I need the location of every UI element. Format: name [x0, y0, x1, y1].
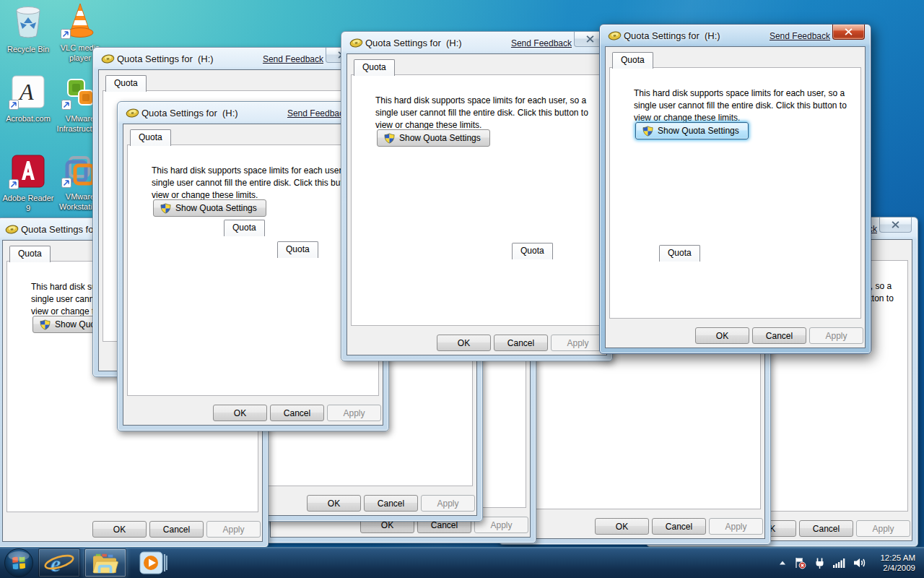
ok-button[interactable]: OK: [92, 521, 147, 538]
uac-shield-icon: [160, 203, 171, 214]
quota-tab-page: This hard disk supports space limits for…: [351, 74, 603, 326]
tray-time: 12:25 AM: [873, 553, 915, 563]
network-signal-icon[interactable]: [833, 558, 845, 568]
dialog-description: This hard disk supports space limits for…: [375, 95, 588, 131]
close-button[interactable]: [879, 217, 912, 233]
tab-quota[interactable]: Quota: [130, 129, 171, 146]
cancel-button[interactable]: Cancel: [799, 520, 853, 537]
show-quota-settings-button[interactable]: Show Quota Settings: [153, 199, 266, 217]
apply-button[interactable]: Apply: [856, 520, 910, 537]
tab-quota[interactable]: Quota: [612, 52, 653, 69]
ok-button[interactable]: OK: [695, 327, 749, 344]
hidden-icons-arrow-icon[interactable]: [779, 560, 786, 566]
power-plug-icon[interactable]: [814, 557, 826, 569]
tab-quota[interactable]: Quota: [512, 243, 553, 259]
taskbar-internet-explorer[interactable]: e: [38, 548, 80, 577]
cancel-button[interactable]: Cancel: [752, 327, 806, 344]
dialog-description: This hard disk supports space limits for…: [152, 165, 365, 202]
quota-dialog-c: Quota Settings for (H:) Send Feedback Qu…: [341, 31, 613, 361]
send-feedback-link[interactable]: Send Feedback: [287, 108, 348, 118]
show-quota-settings-label: Show Quota Settings: [658, 126, 739, 136]
description-line: This hard disk supports space limits for…: [634, 87, 847, 100]
apply-button[interactable]: Apply: [709, 518, 763, 535]
close-button[interactable]: [832, 25, 865, 40]
svg-text:e: e: [51, 551, 61, 576]
tab-quota[interactable]: Quota: [659, 245, 700, 262]
window-title: Quota Settings for (H:): [365, 38, 462, 48]
cancel-button[interactable]: Cancel: [652, 518, 706, 535]
quota-dialog-t: Quota Settings for (H:) Send Feedback Qu…: [599, 24, 871, 354]
show-quota-settings-label: Show Quota Settings: [175, 203, 257, 213]
cancel-button[interactable]: Cancel: [494, 335, 548, 351]
dialog-body: Quota This hard disk supports space limi…: [346, 53, 607, 355]
cancel-button[interactable]: Cancel: [364, 495, 418, 512]
description-line: This hard disk supports space limits for…: [152, 165, 365, 177]
tray-date: 2/4/2009: [873, 563, 915, 573]
send-feedback-link[interactable]: Send Feedback: [770, 31, 830, 41]
cancel-button[interactable]: Cancel: [270, 405, 324, 421]
description-line: single user cannot fill the entire disk.…: [375, 107, 588, 119]
taskbar: e: [0, 547, 924, 578]
cancel-button[interactable]: Cancel: [149, 521, 204, 538]
tab-quota[interactable]: Quota: [354, 59, 395, 76]
windows-explorer-icon: [91, 551, 120, 574]
send-feedback-link[interactable]: Send Feedback: [511, 38, 572, 48]
title-bar[interactable]: Quota Settings for (H:) Send Feedback: [341, 32, 612, 53]
send-feedback-link[interactable]: Send Feedback: [263, 54, 323, 64]
show-quota-settings-button[interactable]: Show Quota Settings: [377, 129, 490, 147]
uac-shield-icon: [642, 126, 653, 137]
action-center-flag-icon[interactable]: [793, 556, 806, 569]
disk-quota-icon: [608, 30, 622, 41]
quota-tab-page: This hard disk supports space limits for…: [609, 67, 861, 319]
uac-shield-icon: [40, 319, 51, 330]
apply-button[interactable]: Apply: [421, 495, 475, 512]
apply-button[interactable]: Apply: [327, 405, 381, 421]
tab-quota[interactable]: Quota: [224, 220, 265, 236]
dialog-body: Quota This hard disk supports space limi…: [605, 46, 866, 348]
tray-clock[interactable]: 12:25 AM 2/4/2009: [873, 553, 915, 573]
tab-quota[interactable]: Quota: [9, 246, 51, 262]
apply-button[interactable]: Apply: [809, 327, 863, 344]
apply-button[interactable]: Apply: [551, 335, 605, 351]
disk-quota-icon: [126, 108, 139, 118]
apply-button[interactable]: Apply: [206, 521, 261, 538]
disk-quota-icon: [5, 224, 19, 235]
dialog-description: This hard disk supports space limits for…: [634, 87, 847, 124]
show-quota-settings-label: Show Quota Settings: [399, 133, 481, 143]
taskbar-windows-media-player[interactable]: [137, 549, 169, 577]
ok-button[interactable]: OK: [213, 405, 267, 421]
windows-layer: Quota Settings for (H:) Send Feedback Qu…: [0, 0, 924, 578]
disk-quota-icon: [101, 53, 115, 64]
taskbar-windows-explorer[interactable]: [84, 548, 126, 577]
system-tray: 12:25 AM 2/4/2009: [779, 553, 924, 573]
description-line: single user cannot fill the entire disk.…: [634, 100, 847, 112]
window-title: Quota Settings for (H:): [141, 108, 238, 118]
title-bar[interactable]: Quota Settings for (H:) Send Feedback: [600, 25, 871, 46]
uac-shield-icon: [384, 133, 395, 144]
title-bar[interactable]: Quota Settings for (H:) Send Feedback: [93, 48, 364, 69]
show-quota-settings-button[interactable]: Show Quota Settings: [635, 122, 749, 139]
description-line: single user cannot fill the entire disk.…: [152, 177, 365, 189]
windows-media-player-icon: [139, 551, 167, 575]
ok-button[interactable]: OK: [307, 495, 361, 512]
disk-quota-icon: [349, 38, 363, 48]
start-button[interactable]: [4, 548, 34, 578]
window-title: Quota Settings for (H:): [624, 30, 720, 41]
ok-button[interactable]: OK: [437, 335, 491, 351]
tab-quota[interactable]: Quota: [277, 241, 318, 258]
ok-button[interactable]: OK: [595, 518, 649, 535]
window-title: Quota Settings for (H:): [117, 53, 214, 64]
internet-explorer-icon: e: [43, 550, 76, 576]
volume-speaker-icon[interactable]: [853, 557, 866, 569]
description-line: This hard disk supports space limits for…: [375, 95, 588, 107]
tab-quota[interactable]: Quota: [105, 75, 147, 92]
